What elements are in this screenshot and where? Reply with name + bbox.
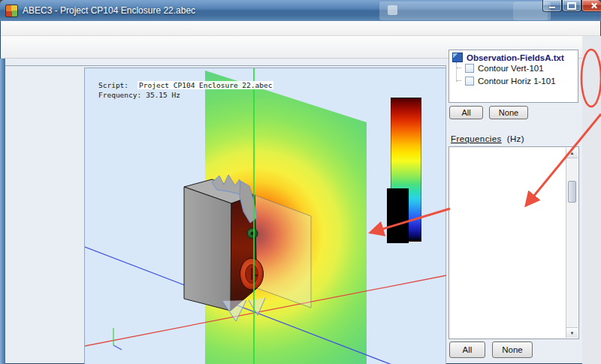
observation-tree: Observation-FieldsA.txt Contour Vert-101…: [448, 50, 578, 103]
tree-item-label: Contour Vert-101: [478, 64, 544, 73]
tree-root-label: Observation-FieldsA.txt: [467, 53, 564, 62]
scroll-down-icon[interactable]: ▼: [566, 327, 578, 338]
app-icon: [5, 5, 18, 17]
checkbox-unchecked-icon[interactable]: [465, 77, 474, 86]
all-button-top[interactable]: All: [449, 106, 483, 119]
tree-item-contour-vert[interactable]: Contour Vert-101: [461, 64, 544, 73]
3d-viewport[interactable]: Script:Project CP104 Enclosure 22.abec F…: [84, 68, 445, 364]
tree-line: [456, 62, 458, 82]
file-icon: [452, 53, 463, 62]
colorbar-scale-values: [387, 188, 409, 243]
none-button-top[interactable]: None: [489, 106, 528, 119]
frequency-label: Frequency:: [98, 91, 141, 99]
side-tab-strip: [582, 36, 601, 364]
tree-item-contour-horiz[interactable]: Contour Horiz 1-101: [461, 77, 556, 86]
frequencies-label-text: Frequencies: [451, 134, 502, 143]
minimize-button[interactable]: [542, 0, 562, 12]
triad-z-axis: [113, 345, 122, 350]
close-icon: [590, 2, 597, 9]
abec3-window: ABEC3 - Project CP104 Enclosure 22.abec: [0, 0, 601, 364]
tab-pane-border: [5, 65, 445, 66]
frequency-list-box: ▲ ▼: [448, 146, 579, 339]
scrollbar-thumb[interactable]: [568, 181, 576, 203]
menu-bar: [1, 21, 600, 36]
window-title: ABEC3 - Project CP104 Enclosure 22.abec: [23, 5, 195, 16]
maximize-icon: [567, 2, 576, 10]
tree-root-item[interactable]: Observation-FieldsA.txt: [452, 53, 564, 62]
checkbox-checked-icon[interactable]: [465, 64, 474, 73]
window-controls: [542, 0, 601, 12]
scroll-up-icon[interactable]: ▲: [566, 148, 578, 158]
none-button-bottom[interactable]: None: [492, 341, 533, 358]
enclosure-front-face: [184, 187, 231, 311]
tree-item-label: Contour Horiz 1-101: [478, 77, 556, 86]
script-label: Script:: [98, 81, 128, 89]
all-button-bottom[interactable]: All: [449, 341, 485, 358]
close-button[interactable]: [581, 0, 601, 12]
frequencies-unit: (Hz): [507, 134, 524, 143]
frequencies-label: Frequencies(Hz): [451, 134, 524, 143]
title-bar[interactable]: ABEC3 - Project CP104 Enclosure 22.abec: [0, 0, 601, 22]
background-window-icon: [388, 5, 397, 15]
tree-line: [457, 80, 461, 82]
script-value: Project CP104 Enclosure 22.abec: [137, 81, 273, 89]
scrollbar[interactable]: ▲ ▼: [566, 148, 578, 338]
frequency-value: 35.15 Hz: [146, 91, 180, 99]
tree-line: [457, 68, 461, 69]
window-left-border: [0, 59, 5, 364]
maximize-button[interactable]: [562, 0, 581, 12]
scene-info-text: Script:Project CP104 Enclosure 22.abec F…: [98, 80, 273, 100]
minimize-icon: [549, 7, 555, 8]
woofer-center-dot: [255, 275, 258, 277]
